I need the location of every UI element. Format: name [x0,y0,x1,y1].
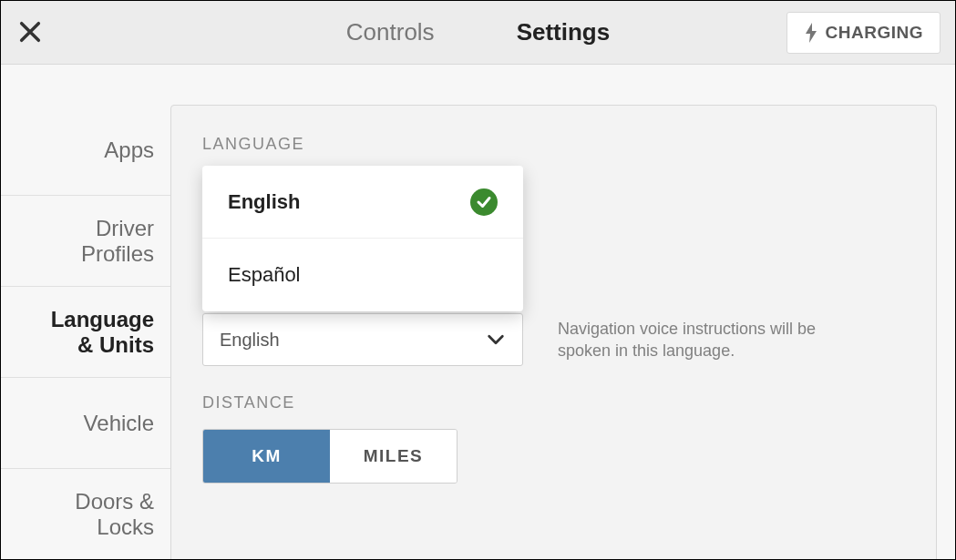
sidebar-item-label: Language & Units [51,307,154,357]
distance-option-miles[interactable]: MILES [330,430,457,483]
chevron-down-icon [486,330,506,350]
navigation-language-row: English Navigation voice instructions wi… [202,313,877,366]
distance-option-km[interactable]: KM [203,430,330,483]
lightning-icon [804,23,818,43]
distance-section-label: DISTANCE [202,393,457,412]
distance-section: DISTANCE KM MILES [202,393,457,484]
sidebar: Apps Driver Profiles Language & Units Ve… [1,65,170,560]
dropdown-option-english[interactable]: English [202,166,523,239]
header-bar: Controls Settings CHARGING [1,1,955,65]
language-dropdown-popup: English Español [202,166,523,311]
charging-button[interactable]: CHARGING [786,12,941,54]
tab-controls[interactable]: Controls [346,18,435,46]
select-value: English [220,330,280,351]
check-icon [470,188,498,216]
close-button[interactable] [17,19,43,45]
body: Apps Driver Profiles Language & Units Ve… [1,65,955,560]
sidebar-item-label: Driver Profiles [81,216,154,266]
sidebar-item-label: Apps [104,137,154,163]
navigation-language-hint: Navigation voice instructions will be sp… [558,318,822,362]
sidebar-item-driver-profiles[interactable]: Driver Profiles [1,196,170,287]
content-panel: LANGUAGE English Español English Navigat… [170,105,937,560]
sidebar-item-label: Doors & Locks [75,489,154,539]
tab-settings[interactable]: Settings [517,18,611,46]
language-section-label: LANGUAGE [202,135,905,154]
close-icon [17,19,43,45]
dropdown-option-label: English [228,190,300,214]
sidebar-item-vehicle[interactable]: Vehicle [1,378,170,469]
sidebar-item-language-units[interactable]: Language & Units [1,287,170,378]
dropdown-option-label: Español [228,263,301,287]
sidebar-item-doors-locks[interactable]: Doors & Locks [1,469,170,560]
charging-label: CHARGING [826,23,923,43]
navigation-language-select[interactable]: English [202,313,523,366]
sidebar-item-apps[interactable]: Apps [1,105,170,196]
distance-toggle: KM MILES [202,429,457,484]
dropdown-option-espanol[interactable]: Español [202,239,523,311]
sidebar-item-label: Vehicle [84,411,154,436]
